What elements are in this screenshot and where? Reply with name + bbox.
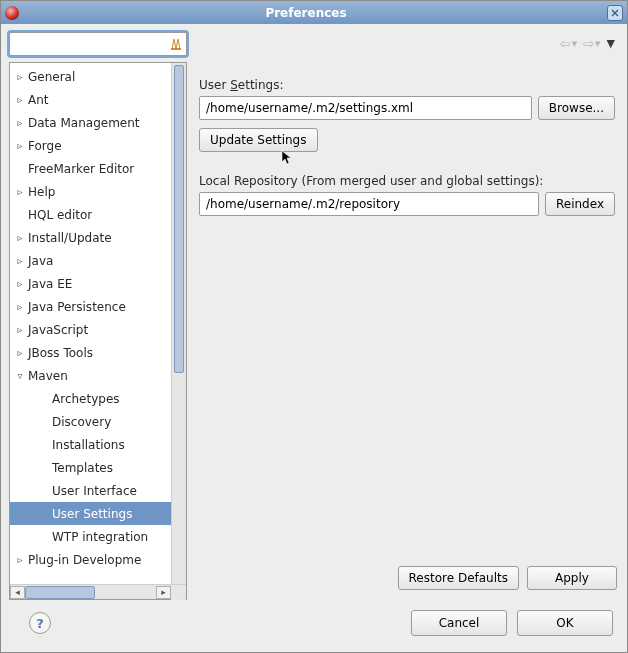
tree-item[interactable]: ▹Ant [10,88,186,111]
tree-item[interactable]: Templates [10,456,186,479]
browse-button[interactable]: Browse... [538,96,615,120]
update-settings-button[interactable]: Update Settings [199,128,318,152]
tree-item-label: JavaScript [26,323,88,337]
preferences-tree-container: ▹General▹Ant▹Data Management▹ForgeFreeMa… [9,62,187,600]
tree-item[interactable]: ▹General [10,65,186,88]
tree-item[interactable]: FreeMarker Editor [10,157,186,180]
tree-item-label: Install/Update [26,231,112,245]
back-button[interactable]: ⇦▾ [560,36,577,51]
tree-item-label: WTP integration [50,530,148,544]
tree-item[interactable]: HQL editor [10,203,186,226]
chevron-right-icon[interactable]: ▹ [14,71,26,82]
tree-item[interactable]: ▹Install/Update [10,226,186,249]
filter-field-wrap [9,32,187,56]
tree-item[interactable]: ▹Java Persistence [10,295,186,318]
tree-item[interactable]: ▹Java [10,249,186,272]
tree-item[interactable]: ▹Forge [10,134,186,157]
tree-item[interactable]: ▿Maven [10,364,186,387]
user-settings-input[interactable] [199,96,532,120]
chevron-right-icon[interactable]: ▹ [14,554,26,565]
cancel-button[interactable]: Cancel [411,610,507,636]
tree-item[interactable]: ▹Data Management [10,111,186,134]
title-bar: Preferences [1,1,627,24]
tree-item-label: Java EE [26,277,72,291]
chevron-right-icon[interactable]: ▹ [14,301,26,312]
chevron-right-icon[interactable]: ▹ [14,255,26,266]
tree-item-label: Java [26,254,53,268]
help-icon[interactable]: ? [29,612,51,634]
horizontal-scroll-thumb[interactable] [25,586,95,599]
chevron-down-icon[interactable]: ▿ [14,370,26,381]
tree-item-label: Maven [26,369,68,383]
tree-item-label: Plug-in Developme [26,553,141,567]
mouse-cursor-icon [281,150,293,169]
tree-item[interactable]: ▹JBoss Tools [10,341,186,364]
tree-item-label: Discovery [50,415,111,429]
scroll-right-button[interactable]: ▸ [156,586,171,599]
tree-item[interactable]: WTP integration [10,525,186,548]
settings-panel: ⇦▾ ⇨▾ ▼ User Settings: Browse... Update … [195,32,619,600]
tree-item[interactable]: ▹JavaScript [10,318,186,341]
filter-input[interactable] [14,36,170,52]
chevron-right-icon[interactable]: ▹ [14,140,26,151]
scroll-corner [171,585,186,600]
chevron-right-icon[interactable]: ▹ [14,278,26,289]
reindex-button[interactable]: Reindex [545,192,615,216]
tree-item-label: User Settings [50,507,132,521]
ok-button[interactable]: OK [517,610,613,636]
local-repository-label: Local Repository (From merged user and g… [199,174,615,188]
chevron-right-icon[interactable]: ▹ [14,117,26,128]
tree-item-label: General [26,70,75,84]
user-settings-label: User Settings: [199,78,615,92]
tree-item-label: Archetypes [50,392,120,406]
scroll-left-button[interactable]: ◂ [10,586,25,599]
panel-toolbar: ⇦▾ ⇨▾ ▼ [195,32,619,54]
window-title: Preferences [5,6,607,20]
tree-item-label: HQL editor [26,208,92,222]
tree-item[interactable]: ▹Plug-in Developme [10,548,186,571]
tree-item-label: Forge [26,139,62,153]
left-pane: ▹General▹Ant▹Data Management▹ForgeFreeMa… [9,32,187,600]
forward-button[interactable]: ⇨▾ [583,36,600,51]
tree-item-label: Help [26,185,55,199]
tree-item[interactable]: Installations [10,433,186,456]
local-repository-input[interactable] [199,192,539,216]
dialog-footer: ? Cancel OK [9,600,619,644]
close-button[interactable] [607,5,623,21]
tree-item[interactable]: Archetypes [10,387,186,410]
tree-item[interactable]: User Settings [10,502,186,525]
tree-item[interactable]: User Interface [10,479,186,502]
restore-defaults-button[interactable]: Restore Defaults [398,566,519,590]
chevron-right-icon[interactable]: ▹ [14,186,26,197]
tree-item[interactable]: ▹Help [10,180,186,203]
chevron-right-icon[interactable]: ▹ [14,232,26,243]
preferences-tree[interactable]: ▹General▹Ant▹Data Management▹ForgeFreeMa… [10,63,186,573]
tree-item-label: JBoss Tools [26,346,93,360]
close-icon [611,9,619,17]
tree-item-label: Java Persistence [26,300,126,314]
view-menu-icon[interactable]: ▼ [607,37,615,50]
horizontal-scrollbar[interactable]: ◂ ▸ [10,584,186,599]
tree-item-label: Templates [50,461,113,475]
chevron-right-icon[interactable]: ▹ [14,94,26,105]
tree-item-label: User Interface [50,484,137,498]
clear-filter-icon[interactable] [170,37,182,51]
tree-item[interactable]: Discovery [10,410,186,433]
tree-item-label: FreeMarker Editor [26,162,134,176]
apply-button[interactable]: Apply [527,566,617,590]
chevron-right-icon[interactable]: ▹ [14,347,26,358]
vertical-scrollbar[interactable] [171,63,186,584]
tree-item-label: Data Management [26,116,140,130]
tree-item-label: Installations [50,438,125,452]
tree-item-label: Ant [26,93,49,107]
vertical-scroll-thumb[interactable] [174,65,184,373]
chevron-right-icon[interactable]: ▹ [14,324,26,335]
tree-item[interactable]: ▹Java EE [10,272,186,295]
